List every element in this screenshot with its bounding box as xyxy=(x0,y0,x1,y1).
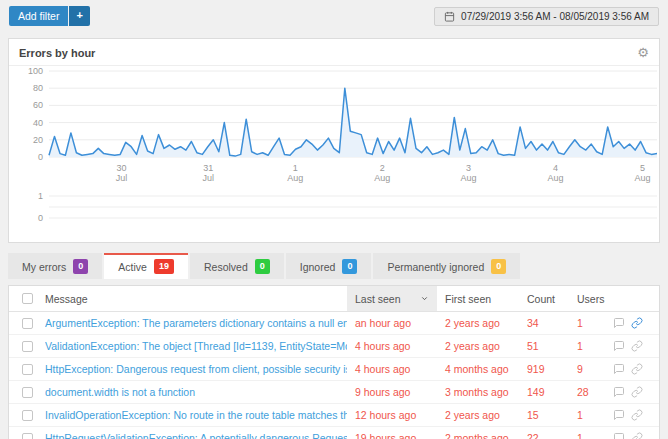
link-icon[interactable] xyxy=(631,317,643,329)
add-filter-button[interactable]: Add filter + xyxy=(9,6,90,26)
errors-by-hour-panel: Errors by hour ⚙ 02040608010030Jul31Jul1… xyxy=(8,38,660,243)
row-checkbox[interactable] xyxy=(22,433,33,439)
row-checkbox[interactable] xyxy=(22,364,33,375)
count-value: 919 xyxy=(519,363,569,375)
svg-text:1: 1 xyxy=(293,163,298,173)
row-checkbox[interactable] xyxy=(22,387,33,398)
comment-icon[interactable] xyxy=(613,340,625,352)
comment-icon[interactable] xyxy=(613,386,625,398)
tab-ignored[interactable]: Ignored0 xyxy=(286,253,372,279)
column-header-count[interactable]: Count xyxy=(519,293,569,305)
comment-icon[interactable] xyxy=(613,432,625,439)
comment-icon[interactable] xyxy=(613,317,625,329)
link-icon[interactable] xyxy=(631,432,643,439)
last-seen-value: an hour ago xyxy=(347,317,437,329)
first-seen-value: 2 years ago xyxy=(437,409,519,421)
first-seen-value: 2 years ago xyxy=(437,317,519,329)
svg-text:Jul: Jul xyxy=(203,173,215,183)
svg-text:31: 31 xyxy=(203,163,213,173)
tab-label: Permanently ignored xyxy=(387,261,484,273)
svg-text:80: 80 xyxy=(33,83,43,93)
status-tabs: My errors0Active19Resolved0Ignored0Perma… xyxy=(8,253,660,279)
table-row: ArgumentException: The parameters dictio… xyxy=(9,312,659,335)
link-icon[interactable] xyxy=(631,363,643,375)
last-seen-value: 19 hours ago xyxy=(347,432,437,439)
last-seen-value: 9 hours ago xyxy=(347,386,437,398)
error-message-link[interactable]: InvalidOperationException: No route in t… xyxy=(45,409,347,421)
calendar-icon xyxy=(444,11,455,22)
svg-text:Jul: Jul xyxy=(116,173,128,183)
first-seen-value: 4 months ago xyxy=(437,363,519,375)
svg-text:4: 4 xyxy=(553,163,558,173)
tab-count-badge: 0 xyxy=(255,259,270,274)
column-header-first-seen[interactable]: First seen xyxy=(437,293,519,305)
tab-my-errors[interactable]: My errors0 xyxy=(8,253,102,279)
last-seen-value: 4 hours ago xyxy=(347,363,437,375)
users-value: 28 xyxy=(569,386,613,398)
tab-active[interactable]: Active19 xyxy=(104,253,188,279)
row-checkbox[interactable] xyxy=(22,410,33,421)
svg-text:Aug: Aug xyxy=(287,173,303,183)
chart-title: Errors by hour xyxy=(19,47,95,59)
table-row: HttpRequestValidationException: A potent… xyxy=(9,427,659,439)
tab-label: Active xyxy=(118,261,147,273)
column-header-last-seen[interactable]: Last seen xyxy=(347,286,437,311)
tab-permanently-ignored[interactable]: Permanently ignored0 xyxy=(373,253,520,279)
row-checkbox[interactable] xyxy=(22,318,33,329)
select-all-checkbox[interactable] xyxy=(22,293,33,304)
link-icon[interactable] xyxy=(631,340,643,352)
users-value: 1 xyxy=(569,317,613,329)
column-header-users[interactable]: Users xyxy=(569,293,613,305)
svg-text:2: 2 xyxy=(380,163,385,173)
error-message-link[interactable]: document.width is not a function xyxy=(45,386,347,398)
first-seen-value: 2 years ago xyxy=(437,340,519,352)
first-seen-value: 3 months ago xyxy=(437,386,519,398)
add-filter-label: Add filter xyxy=(9,6,68,26)
last-seen-value: 4 hours ago xyxy=(347,340,437,352)
column-header-message[interactable]: Message xyxy=(45,293,347,305)
error-message-link[interactable]: HttpException: Dangerous request from cl… xyxy=(45,363,347,375)
table-body: ArgumentException: The parameters dictio… xyxy=(9,312,659,439)
select-all-cell xyxy=(9,293,45,304)
topbar: Add filter + 07/29/2019 3:56 AM - 08/05/… xyxy=(0,0,668,32)
secondary-empty-chart: 10 xyxy=(9,188,659,236)
row-checkbox[interactable] xyxy=(22,341,33,352)
users-value: 1 xyxy=(569,340,613,352)
chevron-down-icon xyxy=(420,294,429,303)
errors-table-panel: Message Last seen First seen Count Users… xyxy=(8,285,660,439)
svg-text:3: 3 xyxy=(466,163,471,173)
svg-text:0: 0 xyxy=(38,213,43,223)
date-range-picker[interactable]: 07/29/2019 3:56 AM - 08/05/2019 3:56 AM xyxy=(434,7,659,26)
gear-icon[interactable]: ⚙ xyxy=(637,46,649,59)
svg-text:Aug: Aug xyxy=(374,173,390,183)
tab-label: Ignored xyxy=(300,261,336,273)
plus-icon[interactable]: + xyxy=(69,6,89,26)
table-header-row: Message Last seen First seen Count Users xyxy=(9,286,659,312)
svg-text:30: 30 xyxy=(116,163,126,173)
last-seen-value: 12 hours ago xyxy=(347,409,437,421)
tab-resolved[interactable]: Resolved0 xyxy=(190,253,284,279)
tab-count-badge: 0 xyxy=(73,259,88,274)
svg-text:Aug: Aug xyxy=(547,173,563,183)
table-row: ValidationException: The object [Thread … xyxy=(9,335,659,358)
svg-text:40: 40 xyxy=(33,118,43,128)
tab-label: Resolved xyxy=(204,261,248,273)
svg-text:100: 100 xyxy=(28,66,43,76)
error-message-link[interactable]: HttpRequestValidationException: A potent… xyxy=(45,432,347,439)
error-message-link[interactable]: ValidationException: The object [Thread … xyxy=(45,340,347,352)
tab-count-badge: 0 xyxy=(491,259,506,274)
svg-text:20: 20 xyxy=(33,135,43,145)
chart-panel-header: Errors by hour ⚙ xyxy=(9,39,659,66)
users-value: 1 xyxy=(569,432,613,439)
svg-text:1: 1 xyxy=(38,191,43,201)
comment-icon[interactable] xyxy=(613,363,625,375)
errors-line-chart: 02040608010030Jul31Jul1Aug2Aug3Aug4Aug5A… xyxy=(9,66,659,188)
link-icon[interactable] xyxy=(631,409,643,421)
svg-text:60: 60 xyxy=(33,100,43,110)
table-row: HttpException: Dangerous request from cl… xyxy=(9,358,659,381)
comment-icon[interactable] xyxy=(613,409,625,421)
link-icon[interactable] xyxy=(631,386,643,398)
count-value: 51 xyxy=(519,340,569,352)
table-row: document.width is not a function 9 hours… xyxy=(9,381,659,404)
error-message-link[interactable]: ArgumentException: The parameters dictio… xyxy=(45,317,347,329)
